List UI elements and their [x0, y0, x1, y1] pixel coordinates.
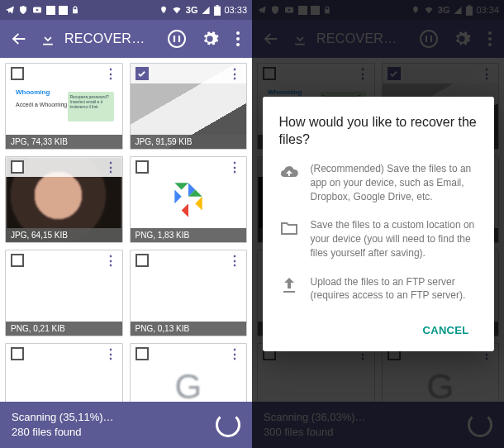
upload-icon [279, 275, 299, 295]
grid-card[interactable]: ⋮PNG, 1,83 KIB [130, 156, 248, 243]
scan-progress: Scanning (35,11%)… [12, 410, 114, 425]
svg-rect-4 [216, 5, 219, 7]
file-meta: PNG, 1,83 KIB [131, 228, 247, 242]
telegram-icon [5, 5, 15, 15]
grid-card[interactable]: ⋮JPG, 91,59 KIB [130, 63, 248, 150]
folder-icon [279, 218, 299, 238]
recover-option-app[interactable]: (Recommended) Save the files to an app o… [279, 162, 478, 203]
spinner-icon [216, 412, 240, 437]
svg-rect-3 [214, 6, 221, 15]
cancel-button[interactable]: CANCEL [415, 317, 478, 343]
file-meta: PNG, 0,13 KIB [131, 322, 247, 336]
toolbar-title: RECOVER… [64, 31, 145, 46]
file-meta: JPG, 91,59 KIB [131, 135, 247, 149]
status-left [5, 5, 79, 15]
checkbox[interactable] [11, 160, 24, 174]
status-right: 3G 03:33 [159, 5, 247, 16]
app-square2-icon [59, 6, 68, 15]
youtube-icon [31, 5, 43, 15]
checkbox[interactable] [136, 160, 149, 174]
pause-button[interactable] [164, 26, 189, 51]
item-overflow-icon[interactable]: ⋮ [104, 160, 117, 175]
battery-icon [214, 5, 221, 16]
item-overflow-icon[interactable]: ⋮ [228, 253, 241, 269]
grid-card[interactable]: ⋮PNG, 0,13 KIB [130, 250, 248, 336]
lock-icon [71, 5, 79, 15]
location-icon [159, 5, 168, 15]
download-icon [40, 31, 56, 47]
file-meta: JPG, 64,15 KIB [6, 228, 122, 242]
recover-dialog: How would you like to recover the files?… [263, 97, 494, 352]
option-text: Save the files to a custom location on y… [311, 218, 478, 260]
checkbox[interactable] [11, 347, 24, 360]
checkbox[interactable] [136, 67, 149, 80]
svg-point-5 [169, 31, 185, 47]
clock: 03:33 [224, 5, 247, 15]
grid-card[interactable]: ⋮JPG, 64,15 KIB [5, 156, 123, 243]
recover-option-folder[interactable]: Save the files to a custom location on y… [279, 218, 478, 260]
item-overflow-icon[interactable]: ⋮ [228, 66, 241, 82]
grid-card[interactable]: ⋮PNG, 0,37 KIB [5, 343, 123, 402]
option-text: Upload the files to an FTP server (requi… [311, 275, 478, 303]
item-overflow-icon[interactable]: ⋮ [104, 346, 117, 362]
grid-card[interactable]: ⋮PNG, 0,21 KIB [5, 250, 123, 336]
item-overflow-icon[interactable]: ⋮ [228, 346, 241, 362]
svg-point-6 [236, 31, 240, 35]
svg-point-8 [236, 43, 240, 46]
file-meta: PNG, 0,21 KIB [6, 322, 122, 336]
svg-point-7 [236, 37, 240, 41]
recover-option-ftp[interactable]: Upload the files to an FTP server (requi… [279, 275, 478, 303]
gear-icon [201, 30, 219, 48]
status-bar: 3G 03:33 [0, 0, 252, 20]
item-overflow-icon[interactable]: ⋮ [104, 66, 117, 82]
overflow-button[interactable] [231, 26, 245, 51]
settings-button[interactable] [197, 26, 222, 51]
toolbar: RECOVER… [0, 20, 252, 58]
screen-left: 3G 03:33 RECOVER… WhoomingAccedi a Whoom… [0, 0, 252, 448]
network-label: 3G [186, 5, 198, 15]
signal-icon [201, 6, 211, 15]
file-meta: JPG, 74,33 KIB [6, 135, 122, 149]
scan-bar: Scanning (35,11%)… 280 files found [0, 402, 252, 448]
scan-count: 280 files found [12, 425, 114, 440]
app-square-icon [46, 6, 55, 15]
cloud-upload-icon [279, 162, 299, 182]
grid-card[interactable]: G⋮PNG, 0,86 KIB [130, 343, 248, 402]
checkbox[interactable] [11, 67, 24, 80]
grid-card[interactable]: WhoomingAccedi a WhoomingRecupera passwo… [5, 63, 123, 150]
pause-icon [167, 29, 187, 49]
item-overflow-icon[interactable]: ⋮ [228, 160, 241, 175]
overflow-icon [236, 31, 240, 46]
checkbox[interactable] [136, 347, 149, 360]
checkbox[interactable] [11, 254, 24, 267]
option-text: (Recommended) Save the files to an app o… [311, 162, 478, 203]
checkbox[interactable] [136, 254, 149, 267]
back-arrow-icon [10, 30, 28, 48]
item-overflow-icon[interactable]: ⋮ [104, 253, 117, 269]
svg-rect-1 [46, 6, 55, 15]
dialog-title: How would you like to recover the files? [279, 113, 478, 149]
back-button[interactable] [7, 26, 31, 51]
image-grid[interactable]: WhoomingAccedi a WhoomingRecupera passwo… [0, 58, 252, 402]
svg-rect-2 [59, 6, 68, 15]
wifi-icon [171, 6, 183, 15]
shield-icon [18, 5, 28, 15]
screen-right: 3G 03:34 RECOVER… WhoomingAccedi a Whoom… [252, 0, 504, 448]
dialog-scrim[interactable]: How would you like to recover the files?… [252, 0, 504, 448]
